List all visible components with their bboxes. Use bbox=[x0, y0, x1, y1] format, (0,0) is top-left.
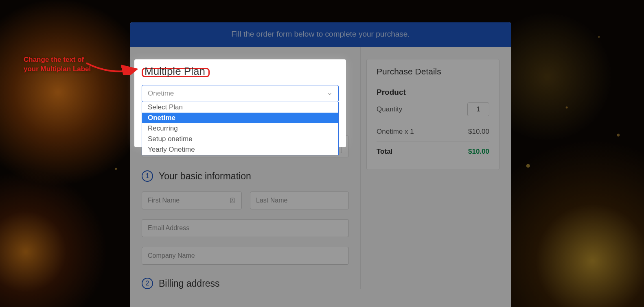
last-name-field[interactable] bbox=[250, 192, 349, 209]
plan-option-select-plan[interactable]: Select Plan bbox=[142, 102, 338, 113]
step-1-header: 1 Your basic information bbox=[142, 170, 349, 182]
plan-select-value: Onetime bbox=[148, 89, 174, 98]
annotation-callout: Change the text of your Multiplan Label bbox=[24, 55, 93, 74]
step-1-number-icon: 1 bbox=[142, 170, 153, 182]
step-1-title: Your basic information bbox=[159, 171, 251, 182]
purchase-details-card: Purchase Details Product Quantity 1 Onet… bbox=[366, 59, 499, 170]
quantity-stepper[interactable]: 1 bbox=[467, 102, 489, 116]
plan-option-setup-onetime[interactable]: Setup onetime bbox=[142, 134, 338, 144]
annotation-arrow-icon bbox=[85, 59, 138, 75]
multiplan-label: Multiple Plan bbox=[143, 64, 208, 79]
purchase-details-title: Purchase Details bbox=[377, 67, 489, 76]
plan-option-onetime[interactable]: Onetime bbox=[142, 113, 338, 123]
svg-point-1 bbox=[232, 199, 233, 200]
first-name-input[interactable] bbox=[148, 197, 229, 204]
step-2-number-icon: 2 bbox=[142, 278, 153, 289]
chevron-down-icon bbox=[327, 91, 333, 96]
multiplan-popup: Multiple Plan Onetime Select Plan Onetim… bbox=[134, 59, 346, 147]
banner-text: Fill the order form below to complete yo… bbox=[231, 30, 410, 38]
total-label: Total bbox=[377, 148, 392, 156]
plan-select[interactable]: Onetime bbox=[142, 85, 339, 102]
line-item-amount: $10.00 bbox=[468, 128, 489, 136]
step-2-header: 2 Billing address bbox=[142, 278, 349, 289]
line-item-label: Onetime x 1 bbox=[377, 128, 414, 136]
first-name-field[interactable] bbox=[142, 192, 242, 209]
email-field[interactable] bbox=[142, 219, 349, 237]
autofill-contact-icon bbox=[229, 197, 236, 204]
last-name-input[interactable] bbox=[256, 197, 343, 204]
company-field[interactable] bbox=[142, 247, 349, 265]
email-input[interactable] bbox=[148, 224, 343, 232]
total-amount: $10.00 bbox=[468, 148, 489, 156]
purchase-details-column: Purchase Details Product Quantity 1 Onet… bbox=[360, 47, 511, 289]
plan-option-recurring[interactable]: Recurring bbox=[142, 123, 338, 134]
banner: Fill the order form below to complete yo… bbox=[130, 22, 511, 47]
multiplan-label-highlight: Multiple Plan bbox=[142, 68, 210, 77]
plan-option-yearly-onetime[interactable]: Yearly Onetime bbox=[142, 144, 338, 155]
product-label: Product bbox=[377, 88, 489, 97]
plan-dropdown: Select Plan Onetime Recurring Setup onet… bbox=[142, 102, 339, 155]
step-2-title: Billing address bbox=[159, 278, 220, 289]
quantity-label: Quantity bbox=[377, 105, 402, 113]
company-input[interactable] bbox=[148, 252, 343, 259]
